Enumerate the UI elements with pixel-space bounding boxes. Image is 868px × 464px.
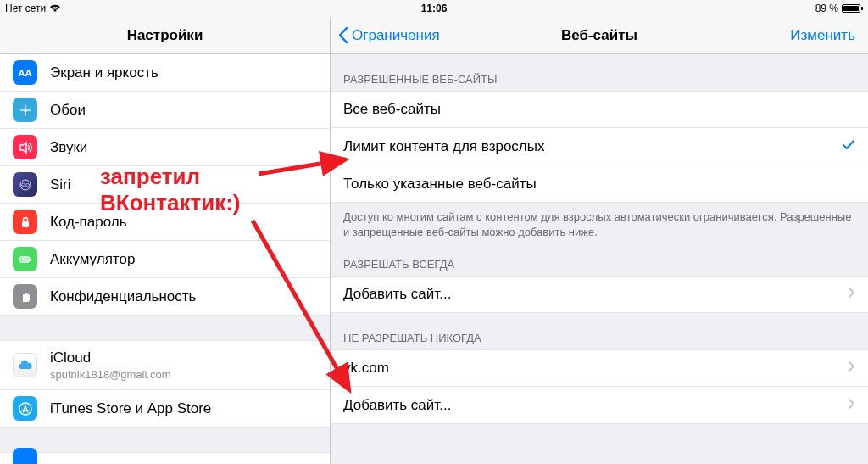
siri-icon	[13, 172, 37, 197]
svg-point-6	[19, 403, 31, 415]
appstore-icon	[13, 396, 37, 421]
chevron-right-icon	[848, 286, 855, 303]
sidebar-item-passcode[interactable]: Код-пароль	[0, 204, 330, 241]
chevron-left-icon	[337, 26, 348, 44]
sidebar-title: Настройки	[0, 17, 330, 54]
option-all-sites[interactable]: Все веб-сайты	[331, 91, 868, 128]
checkmark-icon	[842, 138, 855, 155]
sidebar-item-icloud[interactable]: iCloud sputnik1818@gmail.com	[0, 341, 330, 390]
detail-pane: Ограничения Веб-сайты Изменить РАЗРЕШЕНН…	[331, 17, 868, 464]
option-limit-adult[interactable]: Лимит контента для взрослых	[331, 128, 868, 165]
chevron-right-icon	[848, 360, 855, 377]
status-right: 89 %	[815, 3, 863, 14]
clock: 11:06	[421, 3, 448, 14]
sidebar-item-appstore[interactable]: iTunes Store и App Store	[0, 390, 330, 428]
sidebar-item-display[interactable]: AA Экран и яркость	[0, 54, 330, 92]
sidebar-gap-2	[0, 428, 330, 453]
svg-rect-2	[22, 221, 29, 227]
option-specified-only[interactable]: Только указанные веб-сайты	[331, 165, 868, 203]
status-left: Нет сети	[5, 3, 61, 14]
sidebar-item-siri[interactable]: Siri	[0, 166, 330, 204]
next-icon	[13, 448, 37, 464]
sidebar-item-battery[interactable]: Аккумулятор	[0, 241, 330, 278]
sidebar-list[interactable]: AA Экран и яркость Обои Звуки Siri Код-п…	[0, 54, 330, 464]
detail-title: Веб-сайты	[561, 27, 637, 44]
battery-setting-icon	[13, 247, 37, 271]
detail-body[interactable]: РАЗРЕШЕННЫЕ ВЕБ-САЙТЫ Все веб-сайты Лими…	[331, 54, 868, 464]
add-block-site[interactable]: Добавить сайт...	[331, 387, 868, 424]
always-allow-header: РАЗРЕШАТЬ ВСЕГДА	[331, 239, 868, 276]
allowed-sites-footer: Доступ ко многим сайтам с контентом для …	[331, 203, 868, 239]
display-icon: AA	[13, 60, 37, 85]
battery-icon	[842, 4, 863, 13]
svg-rect-4	[29, 258, 31, 260]
sidebar-item-privacy[interactable]: Конфиденциальность	[0, 278, 330, 316]
battery-percent: 89 %	[815, 3, 838, 14]
sidebar-item-next[interactable]	[0, 453, 330, 464]
wallpaper-icon	[13, 98, 37, 122]
add-allow-site[interactable]: Добавить сайт...	[331, 276, 868, 313]
wifi-icon	[49, 4, 61, 13]
sidebar-gap	[0, 316, 330, 341]
sidebar-item-sounds[interactable]: Звуки	[0, 129, 330, 166]
svg-rect-5	[21, 258, 27, 260]
sidebar-item-wallpaper[interactable]: Обои	[0, 92, 330, 129]
sounds-icon	[13, 135, 37, 159]
allowed-sites-header: РАЗРЕШЕННЫЕ ВЕБ-САЙТЫ	[331, 54, 868, 91]
cloud-icon	[13, 353, 37, 377]
never-allow-header: НЕ РАЗРЕШАТЬ НИКОГДА	[331, 313, 868, 349]
network-status: Нет сети	[5, 3, 46, 14]
lock-icon	[13, 210, 37, 234]
edit-button[interactable]: Изменить	[790, 27, 855, 44]
detail-header: Ограничения Веб-сайты Изменить	[331, 17, 868, 54]
blocked-site-row[interactable]: vk.com	[331, 349, 868, 387]
status-bar: Нет сети 11:06 89 %	[0, 0, 868, 17]
hand-icon	[13, 284, 37, 309]
chevron-right-icon	[848, 397, 855, 414]
back-button[interactable]: Ограничения	[337, 26, 440, 44]
settings-sidebar: Настройки AA Экран и яркость Обои Звуки …	[0, 17, 331, 464]
